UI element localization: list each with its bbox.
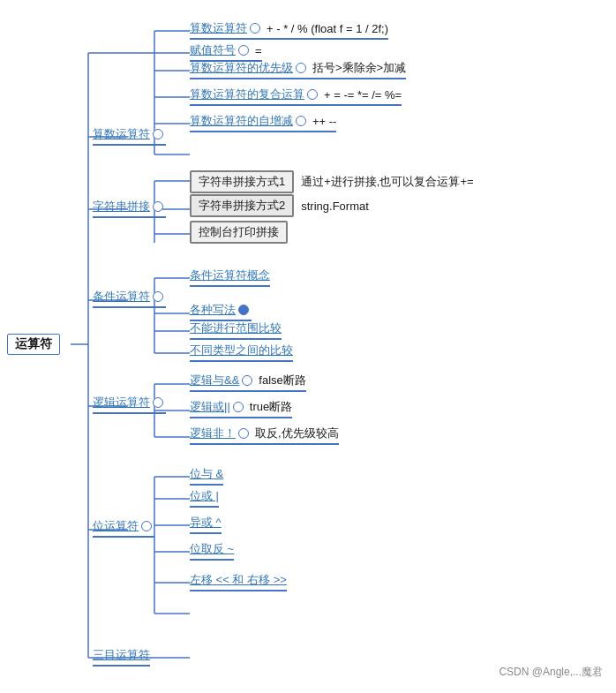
mind-map: 运算符 赋值符号 = 算数运算符 算数运算符 + - * / % (float … bbox=[0, 0, 616, 693]
weihuo-label: 位或 | bbox=[190, 488, 219, 504]
suanshu-sub-extra: + - * / % (float f = 1 / 2f;) bbox=[267, 22, 388, 35]
pinjie1-label: 字符串拼接方式1 bbox=[199, 175, 285, 188]
weitaifan-label: 位取反 ~ bbox=[190, 541, 234, 557]
luojihuo-extra: true断路 bbox=[250, 399, 292, 415]
zuoyi-label: 左移 << 和 右移 >> bbox=[190, 572, 287, 588]
root-label: 运算符 bbox=[15, 336, 52, 350]
pinjie2-label: 字符串拼接方式2 bbox=[199, 199, 285, 212]
fuheyunsuan-label: 算数运算符的复合运算 bbox=[190, 87, 304, 102]
node-sanmu: 三目运算符 bbox=[93, 647, 150, 667]
node-tiaojian-gainian: 条件运算符概念 bbox=[190, 267, 270, 287]
node-tiaojian-group: 条件运算符 bbox=[93, 289, 166, 308]
node-pinjie2: 字符串拼接方式2 string.Format bbox=[190, 194, 369, 217]
node-weiyu: 位与 & bbox=[190, 466, 223, 486]
zizeng-circle bbox=[296, 116, 306, 126]
suanshu-sub-circle bbox=[250, 23, 260, 34]
luojifei-label: 逻辑非！ bbox=[190, 426, 236, 441]
luojihuo-label: 逻辑或|| bbox=[190, 399, 230, 415]
gezhongxiefa-circle bbox=[238, 305, 249, 315]
butongleixing-label: 不同类型之间的比较 bbox=[190, 343, 293, 358]
node-luojifei: 逻辑非！ 取反,优先级较高 bbox=[190, 426, 339, 445]
kongzhitai-label: 控制台打印拼接 bbox=[199, 225, 279, 238]
node-weihuo: 位或 | bbox=[190, 488, 219, 508]
zifuchuan-group-label: 字符串拼接 bbox=[93, 199, 150, 215]
node-fuzhifuhao: 赋值符号 = bbox=[190, 42, 262, 62]
wei-group-label: 位运算符 bbox=[93, 518, 139, 534]
luojihe-label: 逻辑与&& bbox=[190, 373, 239, 388]
luojihe-circle bbox=[242, 375, 252, 386]
suanshuyunsuan-circle bbox=[153, 129, 163, 139]
luoji-group-label: 逻辑运算符 bbox=[93, 395, 150, 411]
gezhongxiefa-label: 各种写法 bbox=[190, 302, 236, 318]
luojihuo-circle bbox=[233, 402, 244, 412]
fuzhifuhao-extra: = bbox=[255, 44, 262, 57]
youxianji-extra: 括号>乘除余>加减 bbox=[312, 60, 406, 76]
node-luojihuo: 逻辑或|| true断路 bbox=[190, 399, 292, 418]
weiyu-label: 位与 & bbox=[190, 466, 223, 482]
fuheyunsuan-circle bbox=[307, 89, 318, 100]
suanshu-sub-label: 算数运算符 bbox=[190, 20, 247, 36]
tiaojian-group-label: 条件运算符 bbox=[93, 289, 150, 305]
root-node: 运算符 bbox=[7, 334, 60, 355]
node-kongzhitai: 控制台打印拼接 bbox=[190, 221, 288, 244]
pinjie1-extra: 通过+进行拼接,也可以复合运算+= bbox=[301, 174, 473, 190]
node-bunengjinxing: 不能进行范围比较 bbox=[190, 320, 282, 340]
fuzhifuhao-circle bbox=[238, 45, 249, 56]
youxianji-label: 算数运算符的优先级 bbox=[190, 60, 293, 76]
luojifei-extra: 取反,优先级较高 bbox=[255, 426, 339, 441]
node-suanshuyunsuan-group: 算数运算符 bbox=[93, 126, 166, 146]
zifuchuan-circle bbox=[153, 201, 163, 212]
node-yihuo: 异或 ^ bbox=[190, 515, 222, 534]
node-gezhongxiefa: 各种写法 bbox=[190, 302, 252, 321]
luojihe-extra: false断路 bbox=[259, 373, 305, 388]
yihuo-label: 异或 ^ bbox=[190, 515, 222, 531]
node-zuoyi: 左移 << 和 右移 >> bbox=[190, 572, 287, 591]
sanmu-label: 三目运算符 bbox=[93, 647, 150, 663]
suanshuyunsuan-group-label: 算数运算符 bbox=[93, 126, 150, 142]
wei-circle bbox=[141, 521, 152, 531]
node-suanshu-sub: 算数运算符 + - * / % (float f = 1 / 2f;) bbox=[190, 20, 388, 40]
bunengjinxing-label: 不能进行范围比较 bbox=[190, 320, 282, 336]
fuheyunsuan-extra: + = -= *= /= %= bbox=[324, 88, 402, 102]
node-wei-group: 位运算符 bbox=[93, 518, 154, 538]
zizeng-extra: ++ -- bbox=[312, 115, 336, 128]
luoji-circle bbox=[153, 397, 163, 408]
node-zizeng: 算数运算符的自增减 ++ -- bbox=[190, 113, 336, 132]
node-butongleixing: 不同类型之间的比较 bbox=[190, 343, 293, 362]
youxianji-circle bbox=[296, 63, 306, 73]
luojifei-circle bbox=[238, 428, 249, 439]
zizeng-label: 算数运算符的自增减 bbox=[190, 113, 293, 129]
node-luoji-group: 逻辑运算符 bbox=[93, 395, 166, 414]
watermark: CSDN @Angle,...魔君 bbox=[499, 665, 603, 680]
node-weitaifan: 位取反 ~ bbox=[190, 541, 234, 561]
pinjie2-extra: string.Format bbox=[301, 200, 369, 213]
tiaojian-gainian-label: 条件运算符概念 bbox=[190, 267, 270, 283]
node-zifuchuan-group: 字符串拼接 bbox=[93, 199, 166, 218]
node-luojihe: 逻辑与&& false断路 bbox=[190, 373, 306, 392]
node-fuheyunsuan: 算数运算符的复合运算 + = -= *= /= %= bbox=[190, 87, 402, 106]
node-pinjie1: 字符串拼接方式1 通过+进行拼接,也可以复合运算+= bbox=[190, 170, 474, 193]
node-youxianji: 算数运算符的优先级 括号>乘除余>加减 bbox=[190, 60, 406, 79]
tiaojian-circle bbox=[153, 291, 163, 302]
fuzhifuhao-label: 赋值符号 bbox=[190, 42, 236, 58]
